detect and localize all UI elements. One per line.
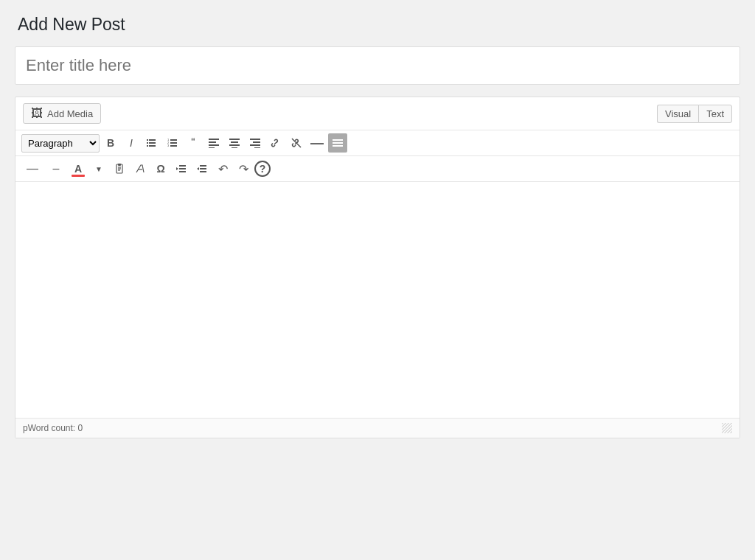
text-color-dropdown[interactable]: ▼	[89, 159, 108, 178]
svg-rect-22	[250, 144, 260, 146]
svg-rect-19	[232, 147, 237, 148]
blockquote-button[interactable]: “	[184, 133, 203, 153]
svg-rect-14	[209, 144, 219, 146]
toolbar-row2: — – A ▼ Ω	[15, 156, 740, 182]
add-media-label: Add Media	[47, 108, 93, 119]
word-count: Word count: 0	[28, 423, 83, 433]
svg-rect-6	[170, 139, 177, 141]
svg-rect-2	[149, 145, 156, 147]
editor-top-bar: 🖼 Add Media Visual Text	[15, 97, 740, 130]
undo-button[interactable]: ↶	[213, 159, 232, 178]
svg-rect-0	[149, 139, 156, 141]
add-media-icon: 🖼	[31, 107, 43, 120]
paste-as-text-button[interactable]	[110, 159, 129, 178]
svg-rect-34	[179, 165, 186, 167]
svg-rect-21	[253, 141, 260, 143]
page-title: Add New Post	[15, 15, 740, 35]
svg-rect-8	[170, 145, 177, 147]
editor-footer: p Word count: 0	[15, 418, 740, 438]
unordered-list-button[interactable]	[142, 133, 161, 153]
svg-rect-5	[147, 145, 148, 147]
svg-rect-20	[250, 139, 260, 140]
tab-visual[interactable]: Visual	[657, 105, 698, 123]
unlink-button[interactable]	[287, 133, 306, 153]
em-dash-button[interactable]: —	[21, 159, 44, 178]
svg-rect-35	[179, 168, 186, 169]
toolbar-row1: Paragraph Heading 1 Heading 2 Heading 3 …	[15, 130, 740, 156]
redo-button[interactable]: ↷	[234, 159, 253, 178]
help-button[interactable]: ?	[254, 161, 271, 177]
italic-button[interactable]: I	[122, 133, 141, 153]
outdent-button[interactable]	[172, 159, 191, 178]
horizontal-rule-button[interactable]: ―	[307, 133, 327, 153]
svg-rect-4	[147, 142, 148, 144]
svg-rect-27	[333, 145, 343, 147]
svg-rect-1	[149, 142, 156, 144]
svg-rect-38	[200, 165, 206, 167]
editor-path: p	[23, 423, 28, 433]
svg-marker-37	[176, 167, 178, 170]
title-input-wrapper	[15, 46, 740, 85]
svg-rect-16	[229, 139, 240, 140]
editor-body[interactable]	[15, 182, 740, 418]
svg-rect-26	[333, 142, 343, 144]
editor-container: 🖼 Add Media Visual Text Paragraph Headin…	[15, 97, 740, 438]
add-media-button[interactable]: 🖼 Add Media	[23, 103, 101, 124]
en-dash-button[interactable]: –	[45, 159, 67, 178]
svg-rect-40	[200, 171, 206, 172]
align-left-button[interactable]	[204, 133, 223, 153]
svg-rect-15	[209, 147, 215, 148]
svg-rect-17	[231, 141, 238, 143]
svg-rect-39	[200, 168, 206, 169]
svg-marker-41	[197, 167, 199, 170]
view-tabs: Visual Text	[657, 105, 732, 123]
link-button[interactable]	[266, 133, 285, 153]
text-color-button[interactable]: A	[69, 159, 88, 178]
svg-rect-29	[118, 164, 121, 166]
svg-text:3: 3	[167, 144, 170, 147]
svg-rect-7	[170, 142, 177, 144]
special-char-button[interactable]: Ω	[151, 159, 170, 178]
svg-rect-23	[254, 147, 260, 148]
toolbar-toggle-button[interactable]	[328, 133, 347, 153]
tab-text[interactable]: Text	[698, 105, 732, 123]
svg-rect-12	[209, 139, 219, 140]
clear-formatting-button[interactable]	[131, 159, 150, 178]
align-right-button[interactable]	[246, 133, 265, 153]
paragraph-format-select[interactable]: Paragraph Heading 1 Heading 2 Heading 3 …	[21, 134, 100, 153]
svg-rect-13	[209, 141, 216, 143]
svg-rect-36	[179, 171, 186, 172]
bold-button[interactable]: B	[101, 133, 120, 153]
ordered-list-button[interactable]: 1 2 3	[163, 133, 182, 153]
resize-handle[interactable]	[722, 423, 732, 433]
svg-rect-18	[229, 144, 240, 146]
post-title-input[interactable]	[15, 47, 740, 84]
svg-rect-3	[147, 139, 148, 141]
indent-button[interactable]	[192, 159, 212, 178]
svg-rect-25	[333, 139, 343, 141]
align-center-button[interactable]	[225, 133, 244, 153]
